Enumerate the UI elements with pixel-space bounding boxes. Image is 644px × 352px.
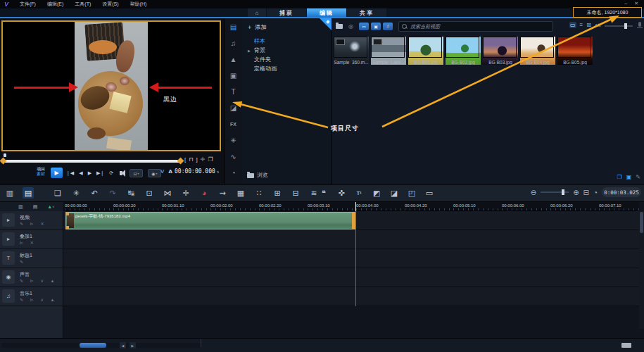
media-item[interactable]: BG-B04.jpg: [520, 37, 555, 65]
hd-preview-button[interactable]: ⊡ ▾: [130, 169, 143, 177]
track-header[interactable]: ♫ 音乐1 ✎ ⊳ ∨ ▲: [0, 287, 63, 306]
transport-button[interactable]: ❘◀: [66, 170, 74, 176]
clip-trim-handle-left[interactable]: [66, 226, 69, 229]
add-folder-row[interactable]: + 添加: [248, 23, 266, 31]
menu-item[interactable]: 编辑(E): [47, 1, 63, 8]
toolbar-icon[interactable]: ⊞: [272, 187, 283, 199]
toolbar-icon[interactable]: ✜: [336, 187, 347, 199]
media-filter-button[interactable]: ▭: [359, 23, 369, 30]
home-icon[interactable]: ⌂: [255, 10, 259, 16]
close-icon[interactable]: ✕: [634, 1, 638, 6]
toolbar-icon[interactable]: ⊡: [144, 187, 155, 199]
slider-thumb[interactable]: [562, 189, 564, 195]
clip-trim-handle-right[interactable]: [352, 213, 355, 229]
thumbnail-size-slider[interactable]: [605, 25, 633, 27]
audio-toggle[interactable]: A: [168, 168, 172, 175]
track-lane[interactable]: [63, 268, 639, 287]
scroll-right-button[interactable]: ▶: [130, 342, 136, 348]
toolbar-icon[interactable]: ▥: [4, 187, 15, 199]
toolbar-icon[interactable]: ⋈: [162, 187, 173, 199]
sort-icon[interactable]: A⇅: [595, 23, 601, 27]
trim-icon[interactable]: ]: [196, 156, 197, 163]
split-icon[interactable]: ✚: [201, 156, 206, 163]
track-lane[interactable]: [63, 249, 639, 268]
timeline-vertical-scrollbar[interactable]: [639, 211, 644, 329]
track-header[interactable]: T 标题1 ✎: [0, 249, 63, 268]
view-mode-icon[interactable]: ▭: [569, 22, 576, 28]
library-category-icon[interactable]: ✳: [228, 136, 239, 145]
track-header[interactable]: ◉ 声音 ✎ ⊳ ∨ ▲: [0, 268, 63, 287]
add-track-button[interactable]: ▲˅: [47, 204, 54, 209]
view-mode-icon[interactable]: ≡: [580, 22, 583, 28]
toolbar-icon[interactable]: ↷: [107, 187, 118, 199]
toolbar-icon[interactable]: ✛: [180, 187, 191, 199]
library-category-icon[interactable]: FX: [228, 120, 239, 129]
track-action-icons[interactable]: ✎ ⊳ ∨ ▲: [20, 297, 57, 302]
expand-arrow-icon[interactable]: ▶: [248, 49, 251, 53]
tab[interactable]: 编辑: [307, 8, 346, 17]
view-mode-icon[interactable]: ⊞: [586, 22, 591, 28]
clock-icon[interactable]: ◔: [593, 189, 598, 196]
footer-icon[interactable]: ▣: [626, 174, 632, 180]
toolbar-icon[interactable]: ❝: [318, 187, 329, 199]
clip-trim-handle-left[interactable]: [66, 213, 69, 215]
media-item[interactable]: BG-B05.jpg: [557, 37, 593, 65]
toolbar-icon[interactable]: ❏: [52, 187, 63, 199]
toolbar-icon[interactable]: ◰: [406, 187, 417, 199]
transport-button[interactable]: ⟳: [109, 170, 113, 176]
toolbar-icon[interactable]: ▦: [235, 187, 246, 199]
menu-item[interactable]: 工具(T): [75, 1, 91, 8]
scrollbar-thumb[interactable]: [640, 212, 643, 233]
timecode-value[interactable]: 00:00:00.000: [175, 168, 215, 175]
library-nav-item[interactable]: 文件夹: [242, 55, 332, 64]
mark-in-handle[interactable]: [0, 158, 6, 165]
timeline-zoom-slider[interactable]: [541, 191, 569, 193]
scroll-left-button[interactable]: ◀: [120, 342, 126, 348]
scrubber-playhead[interactable]: [4, 153, 6, 157]
voice-over-icon[interactable]: [638, 22, 641, 27]
track-action-icons[interactable]: ⊳ ✕: [20, 240, 37, 245]
tab[interactable]: 捕获: [267, 8, 306, 17]
media-filter-button[interactable]: ♫: [383, 23, 393, 30]
record-icon[interactable]: ◎: [348, 23, 353, 30]
toolbar-icon[interactable]: ∷: [253, 187, 265, 199]
media-item[interactable]: BG-B01.jpg: [408, 37, 443, 65]
library-category-icon[interactable]: ◔: [228, 168, 239, 177]
transport-button[interactable]: ▶❘: [96, 170, 104, 176]
footer-icon[interactable]: ✎: [636, 174, 640, 180]
toolbar-icon[interactable]: ◩: [371, 187, 382, 199]
library-category-icon[interactable]: ▣: [228, 71, 239, 80]
minimize-icon[interactable]: –: [624, 1, 627, 6]
timeline-ruler[interactable]: 00:00:00.0000:00:00.2000:00:01.1000:00:0…: [63, 202, 639, 211]
trim-icon[interactable]: ⊓: [189, 156, 193, 163]
pin-icon[interactable]: [320, 18, 332, 30]
trim-icon[interactable]: [: [184, 156, 186, 163]
media-item[interactable]: BG-B02.jpg: [446, 37, 481, 65]
library-category-icon[interactable]: T: [228, 87, 239, 96]
search-input[interactable]: [409, 23, 538, 30]
track-action-icons[interactable]: ✎ ⊳ ∨ ▲: [20, 278, 57, 283]
video-clip[interactable]: pexels-宇航-钱-7936183.mp4: [65, 212, 355, 230]
toolbar-icon[interactable]: ◕: [198, 187, 210, 199]
tab[interactable]: 共享: [347, 8, 386, 17]
slider-thumb[interactable]: [624, 23, 627, 29]
menu-item[interactable]: 帮助(H): [130, 1, 147, 8]
library-nav-item[interactable]: 样本: [242, 37, 332, 46]
browse-row[interactable]: 浏览: [247, 172, 267, 179]
preview-frame[interactable]: 黑边: [1, 20, 221, 151]
track-lane[interactable]: [63, 230, 639, 249]
toolbar-icon[interactable]: ⇝: [217, 187, 228, 199]
toolbar-icon[interactable]: ⊟: [290, 187, 301, 199]
media-item[interactable]: Sample_360.m...: [334, 37, 369, 65]
timeline-playhead[interactable]: [355, 202, 356, 211]
track-action-icons[interactable]: ✎: [20, 259, 26, 264]
track-lane[interactable]: [63, 287, 639, 306]
menu-item[interactable]: 文件(F): [20, 1, 36, 8]
zoom-in-icon[interactable]: ⊕: [573, 189, 579, 196]
transport-button[interactable]: ◀: [79, 170, 82, 176]
media-item[interactable]: Sample_Lake...: [371, 37, 406, 65]
toolbar-icon[interactable]: ▤: [23, 187, 34, 199]
split-icon[interactable]: ❐: [208, 156, 213, 163]
footer-icon[interactable]: ❒: [617, 174, 622, 180]
scrubber-bar[interactable]: [2, 160, 181, 163]
